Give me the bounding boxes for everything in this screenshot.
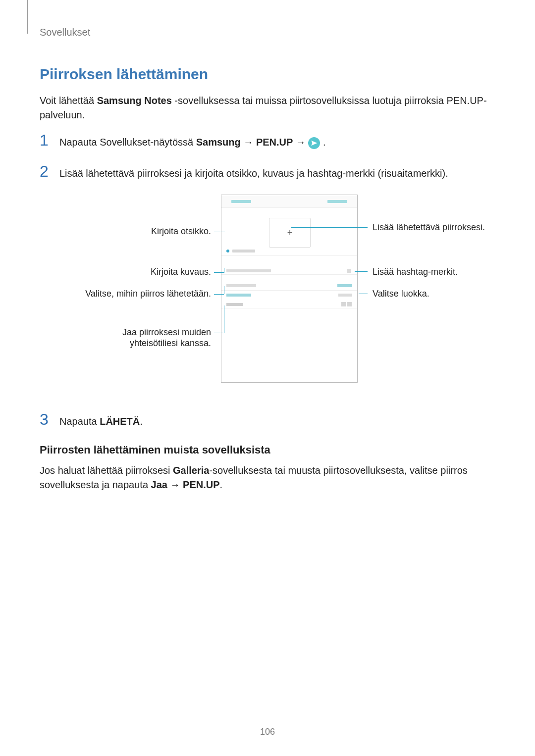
s1-pre: Napauta Sovellukset-näytössä xyxy=(59,137,196,148)
title-placeholder xyxy=(232,250,255,252)
page-number: 106 xyxy=(0,727,535,737)
line-coll-h xyxy=(214,294,224,295)
share-icons xyxy=(341,302,352,307)
step-1: 1 Napauta Sovellukset-näytössä Samsung →… xyxy=(40,132,495,150)
sub-b1: Galleria xyxy=(173,465,209,476)
callout-desc: Kirjoita kuvaus. xyxy=(40,267,211,277)
coll-l2 xyxy=(226,294,251,297)
coll-r1 xyxy=(337,284,352,287)
header-rule xyxy=(27,0,28,34)
s1-arrow2: → xyxy=(293,137,308,148)
subsection-paragraph: Jos haluat lähettää piirroksesi Galleria… xyxy=(40,463,495,492)
pen-send-icon xyxy=(308,137,320,149)
s3-post: . xyxy=(140,416,143,427)
paper-plane-icon xyxy=(311,140,318,147)
callout-hashtag: Lisää hashtag-merkit. xyxy=(373,267,458,277)
step-3: 3 Napauta LÄHETÄ. xyxy=(40,411,495,429)
sep-1 xyxy=(221,255,357,256)
callout-add: Lisää lähetettävä piirroksesi. xyxy=(373,222,485,233)
topbar-right xyxy=(327,200,347,203)
callout-share-2: yhteisötiliesi kanssa. xyxy=(40,338,211,349)
subsection-title: Piirrosten lähettäminen muista sovelluks… xyxy=(40,444,495,456)
step-1-text: Napauta Sovellukset-näytössä Samsung → P… xyxy=(59,132,326,150)
share-label xyxy=(226,303,243,306)
manual-page: Sovellukset Piirroksen lähettäminen Voit… xyxy=(0,0,535,756)
sub-b2: Jaa xyxy=(151,479,167,490)
callout-share-1: Jaa piirroksesi muiden xyxy=(40,327,211,338)
line-coll-v xyxy=(224,286,224,294)
share-ic-2 xyxy=(347,302,352,306)
coll-r2 xyxy=(338,294,352,297)
sep-4 xyxy=(221,308,357,308)
step-2-text: Lisää lähetettävä piirroksesi ja kirjoit… xyxy=(59,163,448,181)
s1-arrow1: → xyxy=(241,137,256,148)
sub-b3: PEN.UP xyxy=(183,479,219,490)
plus-icon: + xyxy=(287,228,293,238)
intro-paragraph: Voit lähettää Samsung Notes -sovellukses… xyxy=(40,94,495,122)
sep-3 xyxy=(221,290,357,291)
line-desc-v xyxy=(224,268,224,273)
callout-title: Kirjoita otsikko. xyxy=(40,226,211,237)
phone-mock: + xyxy=(221,195,358,383)
phone-topbar xyxy=(221,195,357,208)
line-hash xyxy=(355,271,368,272)
intro-bold: Samsung Notes xyxy=(97,95,172,106)
s3-bold: LÄHETÄ xyxy=(100,416,140,427)
add-drawing-box: + xyxy=(269,218,311,248)
line-cat xyxy=(359,294,368,294)
sub-pre: Jos haluat lähettää piirroksesi xyxy=(40,465,173,476)
hashtag-pen-icon xyxy=(347,269,351,273)
s3-pre: Napauta xyxy=(59,416,100,427)
step-3-text: Napauta LÄHETÄ. xyxy=(59,411,143,429)
desc-placeholder xyxy=(226,269,271,272)
line-share-v xyxy=(224,305,224,333)
step-2: 2 Lisää lähetettävä piirroksesi ja kirjo… xyxy=(40,163,495,181)
step-3-number: 3 xyxy=(40,411,52,427)
s1-b1: Samsung xyxy=(196,137,241,148)
callout-collection: Valitse, mihin piirros lähetetään. xyxy=(40,289,211,299)
line-add xyxy=(291,227,368,228)
line-title xyxy=(214,232,225,232)
line-desc-h xyxy=(214,272,224,273)
sub-post: . xyxy=(220,479,223,490)
s1-b2: PEN.UP xyxy=(256,137,293,148)
topbar-left xyxy=(231,200,251,203)
callout-figure: + Kirjoita otsikko. Kirjoita kuvaus. Val… xyxy=(40,195,495,403)
callout-category: Valitse luokka. xyxy=(373,289,429,299)
section-header: Sovellukset xyxy=(40,27,495,38)
step-2-number: 2 xyxy=(40,163,52,179)
line-share-h xyxy=(214,333,224,333)
sep-2 xyxy=(221,274,357,275)
page-title: Piirroksen lähettäminen xyxy=(40,66,495,83)
intro-pre: Voit lähettää xyxy=(40,95,97,106)
share-ic-1 xyxy=(341,302,346,306)
step-1-number: 1 xyxy=(40,132,52,148)
title-dot xyxy=(226,250,229,252)
s1-post: . xyxy=(320,137,325,148)
coll-l1 xyxy=(226,284,256,287)
sub-arrow: → xyxy=(167,479,183,490)
